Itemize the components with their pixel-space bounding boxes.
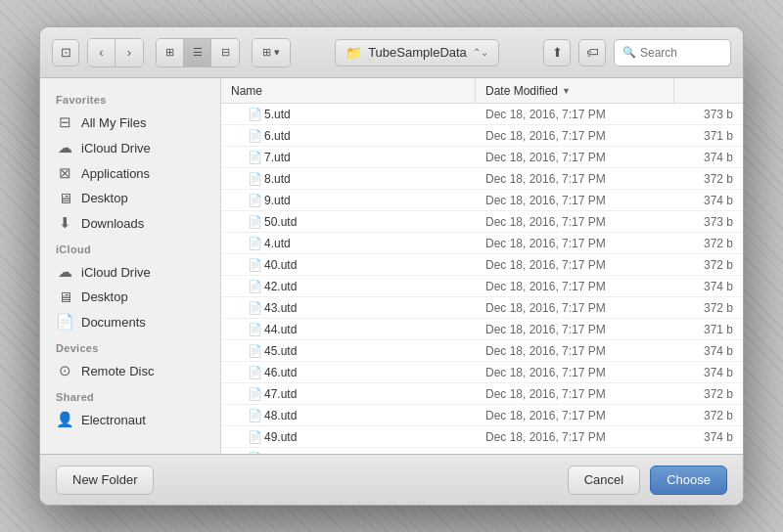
file-name: 5.utd xyxy=(264,108,476,121)
file-icon: 📄 xyxy=(245,323,264,336)
file-size: 371 b xyxy=(674,323,743,336)
sidebar-item-remote-disc[interactable]: ⊙ Remote Disc xyxy=(40,358,220,383)
file-name: 44.utd xyxy=(264,323,476,336)
back-button[interactable]: ‹ xyxy=(88,39,115,66)
electronaut-label: Electronaut xyxy=(81,413,146,427)
tag-button[interactable]: 🏷 xyxy=(578,39,606,66)
desktop-fav-label: Desktop xyxy=(81,191,128,205)
all-my-files-icon: ⊟ xyxy=(56,113,73,131)
applications-label: Applications xyxy=(81,166,150,181)
file-size: 373 b xyxy=(674,215,743,229)
file-date: Dec 18, 2016, 7:17 PM xyxy=(476,409,674,422)
footer-right-buttons: Cancel Choose xyxy=(568,466,727,495)
all-my-files-label: All My Files xyxy=(81,115,146,130)
devices-section-label: Devices xyxy=(40,334,220,358)
file-size: 371 b xyxy=(674,129,743,143)
file-icon: 📄 xyxy=(245,108,264,121)
table-row[interactable]: 📄 42.utd Dec 18, 2016, 7:17 PM 374 b xyxy=(221,276,743,297)
file-date: Dec 18, 2016, 7:17 PM xyxy=(476,280,674,293)
documents-icon: 📄 xyxy=(56,313,73,331)
sort-arrow-icon: ▼ xyxy=(562,86,571,96)
column-view-button[interactable]: ⊟ xyxy=(211,39,239,66)
file-name: 46.utd xyxy=(264,366,476,379)
footer: New Folder Cancel Choose xyxy=(40,454,743,505)
cancel-button[interactable]: Cancel xyxy=(568,466,640,495)
file-icon: 📄 xyxy=(245,151,264,164)
table-row[interactable]: 📄 49.utd Dec 18, 2016, 7:17 PM 374 b xyxy=(221,426,743,448)
desktop-fav-icon: 🖥 xyxy=(56,190,73,206)
file-date: Dec 18, 2016, 7:17 PM xyxy=(476,258,674,272)
table-row[interactable]: 📄 50.utd Dec 18, 2016, 7:17 PM 373 b xyxy=(221,211,743,233)
gallery-view-button[interactable]: ⊞ ▾ xyxy=(253,39,290,66)
table-row[interactable]: 📄 5.utd Dec 18, 2016, 7:17 PM 373 b xyxy=(221,104,743,125)
file-name: 4.utd xyxy=(264,237,476,250)
name-column-header[interactable]: Name xyxy=(221,78,476,103)
sidebar-item-documents[interactable]: 📄 Documents xyxy=(40,309,220,334)
sidebar: Favorites ⊟ All My Files ☁ iCloud Drive … xyxy=(40,78,221,454)
file-date: Dec 18, 2016, 7:17 PM xyxy=(476,215,674,229)
file-icon: 📄 xyxy=(245,387,264,401)
file-name: 49.utd xyxy=(264,430,476,444)
documents-label: Documents xyxy=(81,315,146,330)
sidebar-item-electronaut[interactable]: 👤 Electronaut xyxy=(40,407,220,432)
table-row[interactable]: 📄 6.utd Dec 18, 2016, 7:17 PM 371 b xyxy=(221,125,743,147)
file-size: 372 b xyxy=(674,409,743,422)
size-column-header[interactable] xyxy=(674,78,743,103)
chevron-icon: ⌃⌄ xyxy=(473,47,488,58)
list-view-button[interactable]: ☰ xyxy=(184,39,211,66)
file-list: 📄 5.utd Dec 18, 2016, 7:17 PM 373 b 📄 6.… xyxy=(221,104,743,454)
sidebar-item-downloads[interactable]: ⬇ Downloads xyxy=(40,210,220,236)
file-icon: 📄 xyxy=(245,258,264,272)
file-date: Dec 18, 2016, 7:17 PM xyxy=(476,108,674,121)
table-row[interactable]: 📄 4.utd Dec 18, 2016, 7:17 PM 372 b xyxy=(221,233,743,254)
file-icon: 📄 xyxy=(245,237,264,250)
file-icon: 📄 xyxy=(245,129,264,143)
table-row[interactable]: 📄 44.utd Dec 18, 2016, 7:17 PM 371 b xyxy=(221,319,743,340)
table-row[interactable]: 📄 9.utd Dec 18, 2016, 7:17 PM 374 b xyxy=(221,190,743,211)
table-row[interactable]: 📄 45.utd Dec 18, 2016, 7:17 PM 374 b xyxy=(221,340,743,362)
file-picker-dialog: ⊡ ‹ › ⊞ ☰ ⊟ ⊞ ▾ 📁 TubeSampleData ⌃⌄ ⬆ 🏷 … xyxy=(39,26,744,506)
forward-button[interactable]: › xyxy=(115,39,143,66)
share-button[interactable]: ⬆ xyxy=(543,39,571,66)
icloud-drive-label: iCloud Drive xyxy=(81,265,151,280)
view-buttons: ⊞ ☰ ⊟ xyxy=(156,38,240,67)
file-name: 40.utd xyxy=(264,258,476,272)
new-folder-button[interactable]: New Folder xyxy=(56,466,154,495)
file-date: Dec 18, 2016, 7:17 PM xyxy=(476,387,674,401)
table-row[interactable]: 📄 46.utd Dec 18, 2016, 7:17 PM 374 b xyxy=(221,362,743,383)
table-row[interactable]: 📄 43.utd Dec 18, 2016, 7:17 PM 372 b xyxy=(221,297,743,319)
downloads-label: Downloads xyxy=(81,216,144,231)
location-label: TubeSampleData xyxy=(368,45,467,60)
sidebar-item-icloud-drive-fav[interactable]: ☁ iCloud Drive xyxy=(40,135,220,160)
desktop-label: Desktop xyxy=(81,289,128,304)
search-box[interactable]: 🔍 xyxy=(614,39,731,66)
table-row[interactable]: 📄 40.utd Dec 18, 2016, 7:17 PM 372 b xyxy=(221,254,743,276)
sidebar-item-desktop-fav[interactable]: 🖥 Desktop xyxy=(40,186,220,210)
table-row[interactable]: 📄 48.utd Dec 18, 2016, 7:17 PM 372 b xyxy=(221,405,743,426)
table-row[interactable]: 📄 8.utd Dec 18, 2016, 7:17 PM 372 b xyxy=(221,168,743,190)
folder-icon: 📁 xyxy=(345,45,362,61)
sidebar-item-all-my-files[interactable]: ⊟ All My Files xyxy=(40,110,220,135)
file-name: 43.utd xyxy=(264,301,476,315)
file-header: Name Date Modified ▼ xyxy=(221,78,743,104)
icloud-drive-fav-label: iCloud Drive xyxy=(81,141,151,155)
sidebar-toggle-button[interactable]: ⊡ xyxy=(52,39,79,66)
extra-view-buttons: ⊞ ▾ xyxy=(252,38,291,67)
file-size: 374 b xyxy=(674,344,743,358)
choose-button[interactable]: Choose xyxy=(650,466,727,495)
file-date: Dec 18, 2016, 7:17 PM xyxy=(476,323,674,336)
location-button[interactable]: 📁 TubeSampleData ⌃⌄ xyxy=(335,39,499,66)
table-row[interactable]: 📄 7.utd Dec 18, 2016, 7:17 PM 374 b xyxy=(221,147,743,168)
toolbar: ⊡ ‹ › ⊞ ☰ ⊟ ⊞ ▾ 📁 TubeSampleData ⌃⌄ ⬆ 🏷 … xyxy=(40,27,743,78)
file-icon: 📄 xyxy=(245,301,264,315)
icloud-drive-fav-icon: ☁ xyxy=(56,139,73,156)
remote-disc-icon: ⊙ xyxy=(56,362,73,379)
table-row[interactable]: 📄 47.utd Dec 18, 2016, 7:17 PM 372 b xyxy=(221,383,743,405)
search-input[interactable] xyxy=(640,46,722,60)
icon-view-button[interactable]: ⊞ xyxy=(157,39,184,66)
sidebar-item-applications[interactable]: ⊠ Applications xyxy=(40,160,220,186)
date-column-header[interactable]: Date Modified ▼ xyxy=(476,78,674,103)
sidebar-item-icloud-drive[interactable]: ☁ iCloud Drive xyxy=(40,259,220,285)
sidebar-item-desktop[interactable]: 🖥 Desktop xyxy=(40,285,220,309)
icloud-drive-icon: ☁ xyxy=(56,263,73,281)
